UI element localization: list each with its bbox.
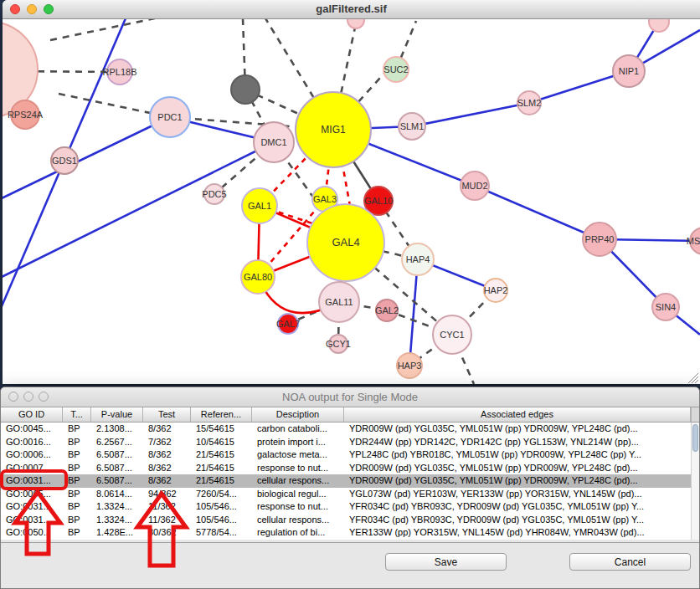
column-header-go-id[interactable]: GO ID bbox=[1, 407, 63, 422]
edge-dash[interactable] bbox=[50, 19, 155, 40]
cell: BP bbox=[63, 423, 91, 436]
cell: GO:0045... bbox=[1, 423, 63, 436]
edge-blue[interactable] bbox=[475, 186, 600, 239]
cell: regulation of bi... bbox=[252, 526, 344, 540]
cell: cellular respons... bbox=[252, 474, 344, 488]
column-header-test[interactable]: Test bbox=[143, 407, 191, 422]
cell: 105/546... bbox=[191, 514, 252, 527]
cancel-button[interactable]: Cancel bbox=[569, 553, 691, 571]
cell: GO:0050... bbox=[1, 526, 63, 540]
scrollbar-thumb[interactable] bbox=[692, 424, 698, 452]
cell: BP bbox=[63, 488, 91, 501]
minimize-button-inactive[interactable] bbox=[23, 392, 33, 402]
cell: YER133W (pp) YOR315W, YNL145W (pd) YHR08… bbox=[344, 526, 691, 540]
resize-grip-icon[interactable] bbox=[688, 373, 698, 383]
close-button-inactive[interactable] bbox=[8, 392, 18, 402]
cell: 80/362 bbox=[143, 526, 191, 540]
table-row-4[interactable]: GO:0007...BP6.5087...8/36221/54615respon… bbox=[1, 462, 691, 475]
cell: GO:0007... bbox=[1, 462, 63, 475]
node-label-SLM1: SLM1 bbox=[400, 121, 425, 131]
table-row-3[interactable]: GO:0006...BP6.5087...8/36221/54615galact… bbox=[1, 448, 691, 462]
node-top-node-b[interactable] bbox=[649, 19, 669, 32]
node-label-SIN4: SIN4 bbox=[656, 302, 676, 312]
noa-output-window: NOA output for Single Mode GO IDT...P-va… bbox=[0, 387, 700, 589]
zoom-button[interactable] bbox=[44, 4, 54, 14]
node-label-MIG1: MIG1 bbox=[321, 124, 346, 136]
node-label-PDC1: PDC1 bbox=[157, 112, 182, 122]
cell: YGL073W (pd) YER103W, YER133W (pp) YOR31… bbox=[344, 488, 691, 501]
node-label-GAL3: GAL3 bbox=[313, 194, 337, 204]
network-window-titlebar[interactable]: galFiltered.sif bbox=[3, 0, 700, 19]
table-row-6[interactable]: GO:0065...BP8.0614...94/3627260/54...bio… bbox=[1, 488, 691, 501]
column-header-t-[interactable]: T... bbox=[63, 407, 91, 422]
cell: BP bbox=[63, 436, 91, 449]
table-row-2[interactable]: GO:0016...BP6.2567...7/36210/54615protei… bbox=[1, 436, 691, 449]
cell: 21/54615 bbox=[191, 474, 252, 488]
cell: cellular respons... bbox=[252, 514, 344, 527]
column-header-referen-[interactable]: Referen... bbox=[191, 407, 252, 422]
network-window: galFiltered.sif RPL18BRPS24AGDS1PDC1DMC1… bbox=[3, 0, 700, 384]
cell: YDR009W (pd) YGL035C, YML051W (pp) YDR00… bbox=[344, 462, 691, 475]
save-button[interactable]: Save bbox=[385, 553, 507, 571]
cell: BP bbox=[63, 500, 91, 514]
network-window-title: galFiltered.sif bbox=[3, 0, 700, 18]
node-label-HAP3: HAP3 bbox=[398, 361, 422, 371]
minimize-button[interactable] bbox=[27, 4, 37, 14]
edge-blue[interactable] bbox=[412, 103, 529, 126]
cell: YDR244W (pp) YDR142C, YDR142C (pp) YGL15… bbox=[344, 436, 691, 449]
cell: carbon cataboli... bbox=[252, 423, 344, 436]
cell: 8/362 bbox=[143, 474, 191, 488]
column-header-associated-edges[interactable]: Associated edges bbox=[344, 407, 691, 422]
cell: 8/362 bbox=[143, 448, 191, 462]
cell: response to nut... bbox=[252, 462, 344, 475]
cell: 8.0614... bbox=[91, 488, 143, 501]
cell: 10/54615 bbox=[191, 436, 252, 449]
cell: GO:0065... bbox=[1, 488, 63, 501]
cell: biological regul... bbox=[252, 488, 344, 501]
cell: 6.2567... bbox=[91, 436, 143, 449]
node-label-GAL4: GAL4 bbox=[332, 236, 359, 248]
cell: YDR009W (pd) YGL035C, YML051W (pp) YDR00… bbox=[344, 474, 691, 488]
cell: 1.428E... bbox=[91, 526, 143, 540]
node-label-GAL80: GAL80 bbox=[244, 272, 272, 282]
cell: 15/54615 bbox=[191, 423, 252, 436]
cell: 8/362 bbox=[143, 423, 191, 436]
node-label-GAL7: GAL7 bbox=[276, 319, 300, 329]
nodes-layer: RPL18BRPS24AGDS1PDC1DMC1MIG1SUC2SLM1SLM2… bbox=[3, 19, 700, 378]
node-gray-node[interactable] bbox=[231, 75, 260, 104]
node-label-RPL18B: RPL18B bbox=[103, 67, 137, 77]
node-label-GCY1: GCY1 bbox=[326, 339, 351, 349]
node-top-node-a[interactable] bbox=[347, 19, 364, 28]
cell: 6.5087... bbox=[91, 462, 143, 475]
cell: 1.3324... bbox=[91, 500, 143, 514]
cell: 2.1308... bbox=[91, 423, 143, 436]
table-body: GO:0045...BP2.1308...8/36215/54615carbon… bbox=[1, 423, 691, 540]
zoom-button-inactive[interactable] bbox=[39, 392, 49, 402]
cell: 21/54615 bbox=[191, 462, 252, 475]
node-label-NIP1: NIP1 bbox=[619, 66, 639, 76]
cell: YFR034C (pd) YBR093C, YDR009W (pd) YGL03… bbox=[344, 514, 691, 527]
cell: 6.5087... bbox=[91, 474, 143, 488]
cell: 11/362 bbox=[143, 514, 191, 527]
node-label-GDS1: GDS1 bbox=[52, 156, 77, 166]
table-row-5[interactable]: GO:0031...BP6.5087...8/36221/54615cellul… bbox=[1, 474, 691, 488]
table-row-1[interactable]: GO:0045...BP2.1308...8/36215/54615carbon… bbox=[1, 423, 691, 436]
cell: BP bbox=[63, 514, 91, 527]
cell: GO:0031... bbox=[1, 514, 63, 527]
cell: GO:0031... bbox=[1, 474, 63, 488]
table-row-7[interactable]: GO:0031...BP1.3324...11/362105/546...res… bbox=[1, 500, 691, 514]
column-header-desciption[interactable]: Desciption bbox=[252, 407, 344, 422]
node-label-HAP2: HAP2 bbox=[484, 285, 508, 295]
table-row-8[interactable]: GO:0031...BP1.3324...11/362105/546...cel… bbox=[1, 514, 691, 527]
cell: galactose meta... bbox=[252, 448, 344, 462]
cell: 94/362 bbox=[143, 488, 191, 501]
vertical-scrollbar[interactable] bbox=[691, 423, 699, 540]
table-row-9[interactable]: GO:0050...BP1.428E...80/3625778/54...reg… bbox=[1, 526, 691, 540]
node-label-HAP4: HAP4 bbox=[406, 254, 430, 264]
cell: YDR009W (pd) YGL035C, YML051W (pp) YDR00… bbox=[344, 423, 691, 436]
node-label-MUD2: MUD2 bbox=[461, 181, 487, 191]
noa-window-titlebar[interactable]: NOA output for Single Mode bbox=[1, 387, 699, 407]
column-header-p-value[interactable]: P-value bbox=[91, 407, 143, 422]
close-button[interactable] bbox=[10, 4, 20, 14]
network-canvas[interactable]: RPL18BRPS24AGDS1PDC1DMC1MIG1SUC2SLM1SLM2… bbox=[3, 19, 700, 384]
